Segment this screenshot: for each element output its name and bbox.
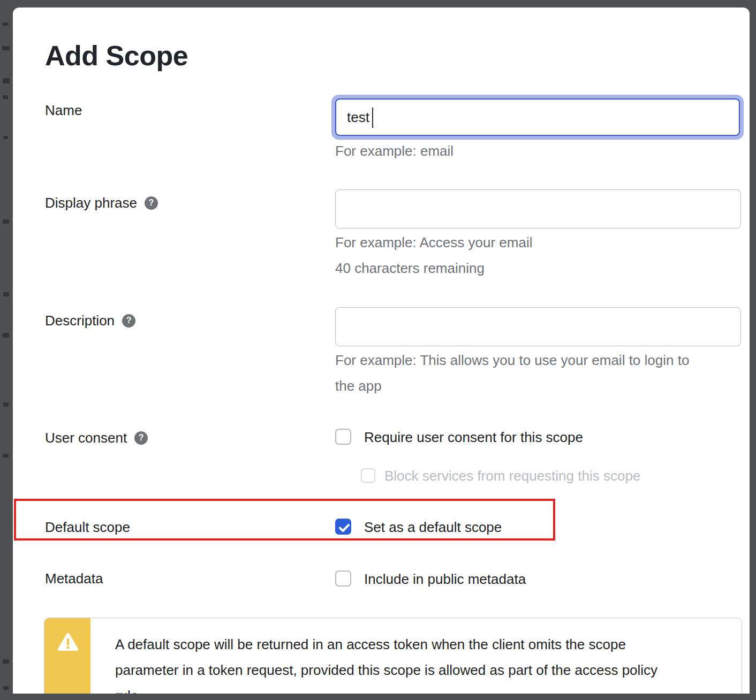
set-default-scope-checkbox[interactable]	[335, 519, 351, 535]
background-artifact	[3, 402, 9, 407]
warning-stripe	[44, 618, 90, 700]
background-artifact	[3, 292, 9, 296]
overlay-edge-right	[750, 0, 756, 700]
background-artifact	[3, 78, 10, 83]
overlay-edge-bottom	[0, 694, 756, 700]
include-public-metadata-checkbox[interactable]	[335, 570, 351, 587]
background-artifact	[3, 686, 9, 690]
user-consent-label-row: User consent ?	[45, 430, 148, 446]
background-artifact	[3, 659, 9, 664]
background-artifact	[3, 136, 8, 139]
display-phrase-label-row: Display phrase ?	[45, 195, 158, 211]
name-label: Name	[45, 102, 82, 119]
background-artifact	[3, 454, 9, 458]
block-services-label: Block services from requesting this scop…	[384, 468, 640, 484]
characters-remaining: 40 characters remaining	[335, 260, 485, 277]
description-hint-line1: For example: This allows you to use your…	[335, 352, 689, 369]
default-scope-label: Default scope	[45, 519, 130, 536]
background-artifact	[3, 333, 9, 338]
help-icon[interactable]: ?	[122, 314, 135, 328]
screen: Add Scope Name For example: email Displa…	[0, 0, 756, 700]
block-services-checkbox	[361, 468, 375, 483]
add-scope-dialog: Add Scope Name For example: email Displa…	[13, 7, 750, 698]
default-scope-label-row: Default scope	[45, 519, 130, 536]
require-user-consent-label: Require user consent for this scope	[364, 429, 583, 446]
background-artifact	[2, 22, 9, 26]
include-public-metadata-label: Include in public metadata	[364, 571, 526, 588]
require-user-consent-checkbox[interactable]	[335, 429, 351, 445]
user-consent-label: User consent	[45, 430, 127, 446]
warning-icon	[57, 632, 79, 653]
warning-text-line1: A default scope will be returned in an a…	[115, 631, 725, 657]
description-label: Description	[45, 313, 115, 329]
display-phrase-label: Display phrase	[45, 195, 137, 211]
name-hint: For example: email	[335, 143, 453, 159]
description-input[interactable]	[335, 307, 741, 346]
default-scope-warning-callout: A default scope will be returned in an a…	[44, 618, 742, 700]
name-label-row: Name	[45, 102, 82, 119]
display-phrase-hint: For example: Access your email	[335, 234, 532, 251]
display-phrase-input[interactable]	[335, 189, 741, 229]
background-artifact	[2, 46, 10, 50]
warning-text: A default scope will be returned in an a…	[115, 631, 725, 700]
set-default-scope-label: Set as a default scope	[364, 519, 502, 536]
description-hint-line2: the app	[335, 378, 382, 394]
overlay-edge-top	[0, 0, 756, 7]
background-artifact	[3, 95, 8, 99]
help-icon[interactable]: ?	[145, 196, 158, 210]
text-caret	[372, 108, 373, 128]
overlay-edge-left	[0, 0, 13, 700]
checkmark-icon	[338, 521, 351, 534]
help-icon[interactable]: ?	[134, 431, 148, 445]
warning-text-line2: parameter in a token request, provided t…	[115, 657, 725, 683]
name-input[interactable]	[335, 98, 740, 136]
dialog-title: Add Scope	[45, 40, 188, 72]
name-input-focus-ring	[331, 95, 744, 140]
metadata-label: Metadata	[45, 570, 103, 587]
description-label-row: Description ?	[45, 313, 135, 329]
metadata-label-row: Metadata	[45, 570, 103, 587]
background-artifact	[3, 219, 9, 224]
